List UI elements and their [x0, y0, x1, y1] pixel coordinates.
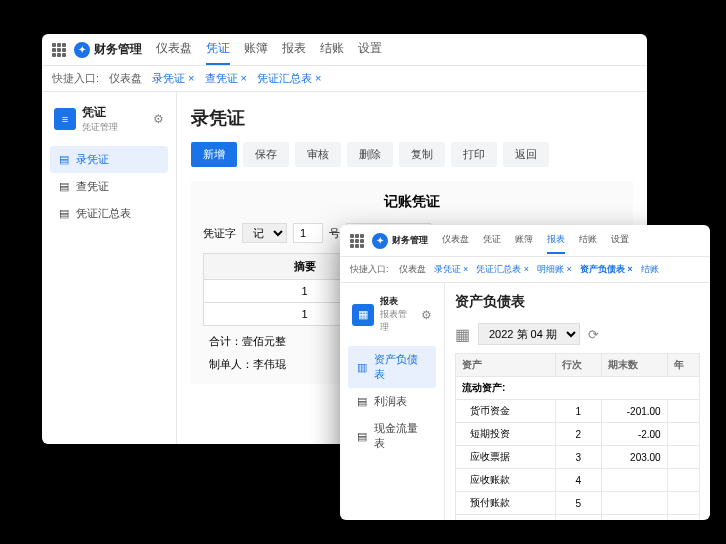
- nav-item[interactable]: 报表: [547, 227, 565, 254]
- nav-item[interactable]: 设置: [611, 227, 629, 254]
- sidebar-title: 报表: [380, 295, 415, 308]
- logo-icon: ✦: [372, 233, 388, 249]
- column-header: 期末数: [601, 354, 667, 377]
- quick-tab[interactable]: 查凭证 ×: [205, 71, 247, 86]
- toolbar-button[interactable]: 新增: [191, 142, 237, 167]
- table-row[interactable]: 货币资金1-201.00: [456, 400, 700, 423]
- word-label: 凭证字: [203, 226, 236, 241]
- maker-label: 制单人：: [209, 358, 253, 370]
- nav-item[interactable]: 设置: [358, 34, 382, 65]
- maker-name: 李伟琨: [253, 358, 286, 370]
- sidebar-header: ≡ 凭证 凭证管理 ⚙: [50, 100, 168, 138]
- nav-item[interactable]: 报表: [282, 34, 306, 65]
- column-header: 资产: [456, 354, 556, 377]
- sidebar-item-label: 资产负债表: [374, 352, 428, 382]
- page-title: 录凭证: [191, 106, 633, 130]
- calendar-icon: ▦: [455, 325, 470, 344]
- nav-item[interactable]: 结账: [320, 34, 344, 65]
- table-row[interactable]: 预付账款5: [456, 492, 700, 515]
- sidebar: ▦ 报表 报表管理 ⚙ ▥资产负债表▤利润表▤现金流量表: [340, 283, 445, 520]
- quick-tab[interactable]: 凭证汇总表 ×: [257, 71, 321, 86]
- item-icon: ▤: [58, 180, 70, 193]
- quickbar: 快捷入口: 仪表盘录凭证 ×查凭证 ×凭证汇总表 ×: [42, 66, 647, 92]
- logo-icon: ✦: [74, 42, 90, 58]
- sidebar-item[interactable]: ▤凭证汇总表: [50, 200, 168, 227]
- apps-icon[interactable]: [350, 234, 364, 248]
- sidebar-subtitle: 报表管理: [380, 308, 415, 334]
- item-icon: ▤: [356, 395, 368, 408]
- main-content: 资产负债表 ▦ 2022 第 04 期 ⟳ 资产行次期末数年 流动资产:货币资金…: [445, 283, 710, 520]
- column-header: 行次: [555, 354, 601, 377]
- window-report: ✦ 财务管理 仪表盘凭证账簿报表结账设置 快捷入口: 仪表盘录凭证 ×凭证汇总表…: [340, 225, 710, 520]
- table-row[interactable]: 应收股利6: [456, 515, 700, 521]
- sidebar: ≡ 凭证 凭证管理 ⚙ ▤录凭证▤查凭证▤凭证汇总表: [42, 92, 177, 444]
- main-nav: 仪表盘凭证账簿报表结账设置: [442, 227, 629, 254]
- column-header: 年: [667, 354, 699, 377]
- sidebar-header: ▦ 报表 报表管理 ⚙: [348, 291, 436, 338]
- sidebar-item[interactable]: ▥资产负债表: [348, 346, 436, 388]
- word-select[interactable]: 记: [242, 223, 287, 243]
- sidebar-title: 凭证: [82, 104, 118, 121]
- quick-tab[interactable]: 结账: [641, 263, 659, 276]
- topbar: ✦ 财务管理 仪表盘凭证账簿报表结账设置: [42, 34, 647, 66]
- sidebar-item-label: 现金流量表: [374, 421, 428, 451]
- page-title: 资产负债表: [455, 293, 700, 311]
- total-label: 合计：: [209, 335, 242, 347]
- section-header: 流动资产:: [456, 377, 700, 400]
- sidebar-item[interactable]: ▤现金流量表: [348, 415, 436, 457]
- nav-item[interactable]: 凭证: [206, 34, 230, 65]
- table-row[interactable]: 应收账款4: [456, 469, 700, 492]
- voucher-number-input[interactable]: [293, 223, 323, 243]
- table-row[interactable]: 短期投资2-2.00: [456, 423, 700, 446]
- refresh-icon[interactable]: ⟳: [588, 327, 599, 342]
- sidebar-item[interactable]: ▤录凭证: [50, 146, 168, 173]
- toolbar: 新增保存审核删除复制打印返回: [191, 142, 633, 167]
- voucher-title: 记账凭证: [203, 193, 621, 211]
- nav-item[interactable]: 凭证: [483, 227, 501, 254]
- toolbar-button[interactable]: 删除: [347, 142, 393, 167]
- nav-item[interactable]: 仪表盘: [156, 34, 192, 65]
- num-label: 号: [329, 226, 340, 241]
- quick-tab[interactable]: 资产负债表 ×: [580, 263, 633, 276]
- gear-icon[interactable]: ⚙: [153, 112, 164, 126]
- quick-tab[interactable]: 仪表盘: [399, 263, 426, 276]
- quick-tab[interactable]: 凭证汇总表 ×: [476, 263, 529, 276]
- nav-item[interactable]: 账簿: [244, 34, 268, 65]
- period-select[interactable]: 2022 第 04 期: [478, 323, 580, 345]
- sidebar-item-label: 凭证汇总表: [76, 206, 131, 221]
- toolbar-button[interactable]: 审核: [295, 142, 341, 167]
- quick-tab[interactable]: 仪表盘: [109, 71, 142, 86]
- toolbar-button[interactable]: 保存: [243, 142, 289, 167]
- report-module-icon: ▦: [352, 304, 374, 326]
- sidebar-item[interactable]: ▤利润表: [348, 388, 436, 415]
- nav-item[interactable]: 仪表盘: [442, 227, 469, 254]
- total-text: 壹佰元整: [242, 335, 286, 347]
- quick-tab[interactable]: 录凭证 ×: [434, 263, 469, 276]
- gear-icon[interactable]: ⚙: [421, 308, 432, 322]
- quickbar: 快捷入口: 仪表盘录凭证 ×凭证汇总表 ×明细账 ×资产负债表 ×结账: [340, 257, 710, 283]
- item-icon: ▤: [58, 153, 70, 166]
- main-nav: 仪表盘凭证账簿报表结账设置: [156, 34, 382, 65]
- quick-tab[interactable]: 明细账 ×: [537, 263, 572, 276]
- toolbar-button[interactable]: 复制: [399, 142, 445, 167]
- balance-sheet-table: 资产行次期末数年 流动资产:货币资金1-201.00短期投资2-2.00应收票据…: [455, 353, 700, 520]
- toolbar-button[interactable]: 打印: [451, 142, 497, 167]
- item-icon: ▥: [356, 361, 368, 374]
- sidebar-subtitle: 凭证管理: [82, 121, 118, 134]
- sidebar-item-label: 利润表: [374, 394, 407, 409]
- toolbar-button[interactable]: 返回: [503, 142, 549, 167]
- sidebar-item-label: 查凭证: [76, 179, 109, 194]
- app-title: 财务管理: [392, 234, 428, 247]
- quickbar-label: 快捷入口:: [52, 71, 99, 86]
- app-title: 财务管理: [94, 41, 142, 58]
- voucher-module-icon: ≡: [54, 108, 76, 130]
- item-icon: ▤: [58, 207, 70, 220]
- nav-item[interactable]: 结账: [579, 227, 597, 254]
- nav-item[interactable]: 账簿: [515, 227, 533, 254]
- topbar: ✦ 财务管理 仪表盘凭证账簿报表结账设置: [340, 225, 710, 257]
- table-row[interactable]: 应收票据3203.00: [456, 446, 700, 469]
- quick-tab[interactable]: 录凭证 ×: [152, 71, 194, 86]
- item-icon: ▤: [356, 430, 368, 443]
- sidebar-item[interactable]: ▤查凭证: [50, 173, 168, 200]
- apps-icon[interactable]: [52, 43, 66, 57]
